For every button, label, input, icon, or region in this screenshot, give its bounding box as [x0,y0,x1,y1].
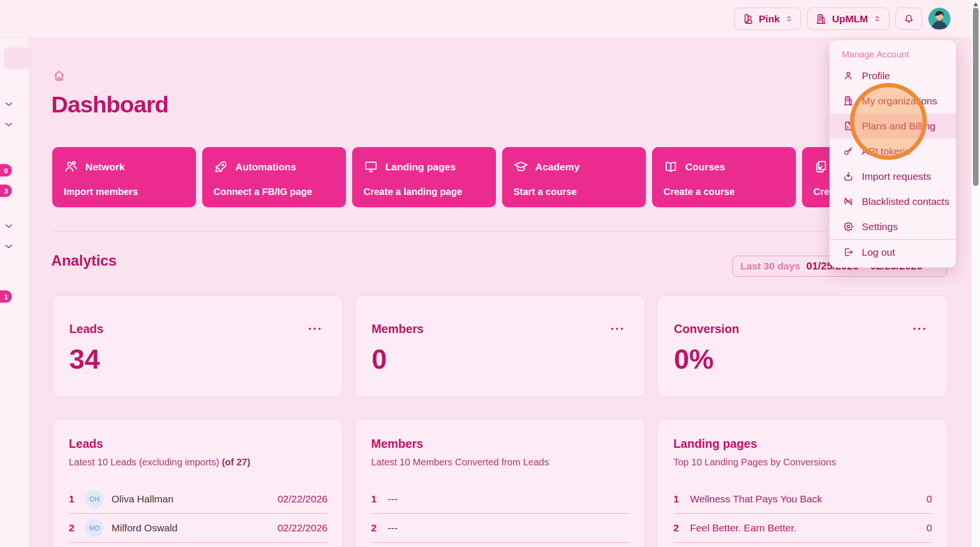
scrollbar-thumb[interactable] [973,8,979,186]
quick-action-title: Academy [535,161,579,173]
stat-value: 0% [674,343,714,375]
chevron-down-icon[interactable] [4,120,14,130]
card-options-button[interactable]: ... [913,318,927,333]
members-list-card: Members Latest 10 Members Converted from… [355,419,645,547]
menu-item-profile[interactable]: Profile [830,63,956,88]
list-subtitle: Latest 10 Members Converted from Leads [371,456,630,468]
lead-date: 02/22/2026 [278,493,327,505]
lead-name: Milford Oswald [112,522,177,534]
conversions-value: 0 [926,493,932,505]
avatar-image [928,8,951,30]
menu-item-blacklisted-contacts[interactable]: Blacklisted contacts [830,189,956,214]
notifications-button[interactable] [896,8,922,30]
section-divider [52,231,954,232]
user-icon [843,70,854,81]
card-options-button[interactable]: ... [610,318,625,333]
list-subtitle: Latest 10 Leads (excluding imports) (of … [69,456,327,468]
row-rank: 2 [371,522,380,534]
vertical-scrollbar[interactable] [971,0,980,547]
theme-selector-button[interactable]: Pink [734,8,801,30]
stat-card-leads: Leads ... 34 [52,295,343,397]
row-rank: 1 [673,493,682,505]
unfold-icon [785,15,793,23]
sidebar-active-item[interactable] [4,47,32,69]
list-subtitle-count: (of 27) [222,457,250,467]
list-cards-row: Leads Latest 10 Leads (excluding imports… [52,419,948,547]
quick-action-courses[interactable]: Courses Create a course [652,147,796,207]
menu-item-api-tokens[interactable]: API tokens [830,139,956,164]
member-name: --- [388,522,398,534]
dashboard-screen: Pink UpMLM [0,0,980,547]
list-title: Leads [69,436,327,451]
quick-action-label: Create a course [663,186,735,197]
member-row: 1 --- [371,485,630,514]
chevron-down-icon[interactable] [4,221,14,231]
date-range-preset: Last 30 days [740,260,800,272]
sidebar-count-badge: 3 [0,185,12,197]
gear-icon [843,221,854,232]
quick-action-academy[interactable]: Academy Start a course [502,147,646,207]
member-name: --- [388,493,398,505]
top-bar: Pink UpMLM [0,0,980,38]
quick-actions-row: Network Import members Automations Conne… [52,147,946,207]
member-row: 2 --- [371,514,630,543]
quick-action-landing-pages[interactable]: Landing pages Create a landing page [352,147,496,207]
menu-item-import-requests[interactable]: Import requests [830,164,956,189]
row-rank: 1 [69,493,77,505]
list-title: Landing pages [673,436,932,451]
sidebar: 0 3 1 [0,38,29,547]
stat-title: Leads [69,322,103,336]
lead-row[interactable]: 2 MO Milford Oswald 02/22/2026 [69,514,327,543]
clipboard-check-icon [813,159,828,174]
quick-action-network[interactable]: Network Import members [52,147,196,207]
organization-selector-button[interactable]: UpMLM [807,8,889,30]
import-icon [843,171,854,182]
bell-icon [903,13,915,25]
menu-item-my-organizations[interactable]: My organizations [830,88,956,113]
menu-item-log-out[interactable]: Log out [830,240,956,265]
stat-cards-row: Leads ... 34 Members ... 0 Conversion ..… [52,295,948,397]
conversions-value: 0 [926,522,932,534]
stat-title: Members [372,322,424,336]
lead-date: 02/22/2026 [278,522,327,534]
monitor-icon [364,159,378,174]
home-icon[interactable] [52,69,66,83]
account-menu-header: Manage Account [830,46,956,63]
landing-page-name: Feel Better. Earn Better. [690,522,796,534]
stat-card-conversion: Conversion ... 0% [657,295,948,397]
landing-page-row[interactable]: 2 Feel Better. Earn Better. 0 [673,514,932,543]
lead-row[interactable]: 1 OH Oliva Hallman 02/22/2026 [69,485,327,514]
quick-action-title: Landing pages [385,161,456,173]
palette-icon [742,13,754,25]
analytics-heading: Analytics [51,252,117,269]
sidebar-count-badge: 0 [0,164,12,176]
quick-action-label: Cre [813,186,829,197]
list-subtitle: Top 10 Landing Pages by Conversions [673,456,932,468]
menu-item-settings[interactable]: Settings [830,214,956,239]
list-title: Members [371,436,630,451]
card-options-button[interactable]: ... [308,318,323,333]
key-icon [843,146,854,157]
people-icon [64,159,78,174]
chevron-down-icon[interactable] [4,241,14,251]
scroll-up-arrow[interactable] [973,2,978,6]
lead-name: Oliva Hallman [112,493,174,505]
quick-action-label: Create a landing page [364,186,462,197]
invoice-icon: $ [843,121,854,131]
landing-page-row[interactable]: 1 Wellness That Pays You Back 0 [673,485,932,514]
theme-selector-label: Pink [759,13,780,25]
quick-action-label: Start a course [513,186,577,197]
top-bar-actions: Pink UpMLM [734,8,951,30]
stat-value: 0 [372,343,387,375]
quick-action-label: Connect a FB/IG page [214,186,312,197]
sidebar-count-badge: 1 [0,290,12,303]
broadcast-off-icon [843,196,854,207]
chevron-down-icon[interactable] [4,99,14,109]
rocket-icon [214,159,228,174]
book-icon [663,159,678,174]
quick-action-automations[interactable]: Automations Connect a FB/IG page [202,147,346,207]
menu-item-plans-and-billing[interactable]: $ Plans and Billing [830,113,956,139]
user-avatar[interactable] [928,8,951,30]
quick-action-title: Network [85,161,125,173]
stat-title: Conversion [674,322,739,336]
